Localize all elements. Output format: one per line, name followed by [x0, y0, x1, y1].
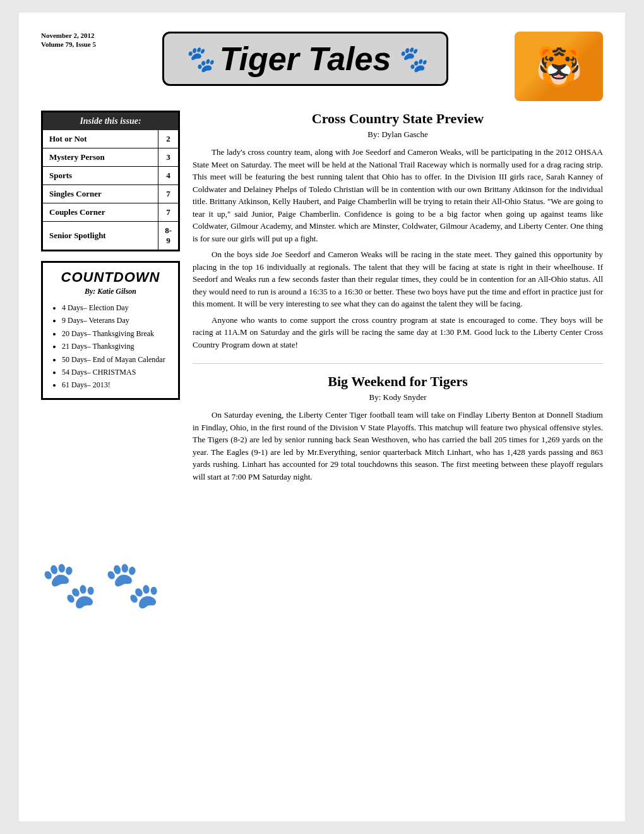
title-text-label: Tiger Tales [220, 40, 391, 78]
article2-p1: On Saturday evening, the Liberty Center … [193, 409, 603, 483]
paw-print-right: 🐾 [104, 558, 161, 612]
section-label: Mystery Person [43, 148, 158, 167]
article1-title: Cross Country State Preview [193, 111, 603, 127]
article1-p1: The lady's cross country team, along wit… [193, 146, 603, 245]
section-label: Couples Corner [43, 203, 158, 222]
table-row: Singles Corner7 [43, 185, 178, 203]
section-page: 2 [158, 130, 178, 148]
paw-left-icon: 🐾 [183, 44, 215, 74]
paw-print-left: 🐾 [41, 558, 98, 612]
page: November 2, 2012 Volume 79, Issue 5 🐾 Ti… [19, 13, 625, 821]
paw-prints-area: 🐾 🐾 [41, 558, 180, 612]
article-cross-country: Cross Country State Preview By: Dylan Ga… [193, 111, 603, 351]
tiger-image: 🐯 [515, 32, 603, 101]
section-page: 7 [158, 185, 178, 203]
table-row: Sports4 [43, 167, 178, 185]
section-label: Singles Corner [43, 185, 158, 203]
article1-p3: Anyone who wants to come support the cro… [193, 314, 603, 351]
table-row: Hot or Not2 [43, 130, 178, 148]
list-item: 21 Days– Thanksgiving [62, 340, 172, 353]
list-item: 9 Days– Veterans Day [62, 314, 172, 327]
volume-label: Volume 79, Issue 5 [41, 40, 96, 48]
inside-header-label: Inside this issue: [43, 112, 178, 130]
section-page: 7 [158, 203, 178, 222]
section-label: Sports [43, 167, 158, 185]
table-row: Couples Corner7 [43, 203, 178, 222]
article-divider [193, 363, 603, 364]
table-row: Senior Spotlight8-9 [43, 222, 178, 250]
section-page: 3 [158, 148, 178, 167]
countdown-list: 4 Days– Election Day9 Days– Veterans Day… [49, 301, 172, 392]
title-box: 🐾 Tiger Tales 🐾 [162, 32, 449, 86]
list-item: 20 Days– Thanksgiving Break [62, 327, 172, 340]
list-item: 50 Days– End of Mayan Calendar [62, 353, 172, 366]
list-item: 54 Days– CHRISTMAS [62, 366, 172, 378]
table-row: Mystery Person3 [43, 148, 178, 167]
main-content: Inside this issue: Hot or Not2Mystery Pe… [41, 111, 603, 612]
article1-p2: On the boys side Joe Seedorf and Cameron… [193, 248, 603, 310]
meta-block: November 2, 2012 Volume 79, Issue 5 [41, 32, 96, 49]
article2-title: Big Weekend for Tigers [193, 373, 603, 390]
date-label: November 2, 2012 [41, 32, 96, 39]
list-item: 61 Days– 2013! [62, 378, 172, 391]
section-label: Senior Spotlight [43, 222, 158, 250]
inside-table: Hot or Not2Mystery Person3Sports4Singles… [43, 130, 178, 250]
article-big-weekend: Big Weekend for Tigers By: Kody Snyder O… [193, 373, 603, 483]
countdown-box: COUNTDOWN By: Katie Gilson 4 Days– Elect… [41, 261, 180, 400]
inside-box: Inside this issue: Hot or Not2Mystery Pe… [41, 111, 180, 251]
countdown-by: By: Katie Gilson [49, 287, 172, 296]
header: November 2, 2012 Volume 79, Issue 5 🐾 Ti… [41, 32, 603, 101]
right-column: Cross Country State Preview By: Dylan Ga… [193, 111, 603, 612]
countdown-title: COUNTDOWN [49, 269, 172, 286]
section-page: 8-9 [158, 222, 178, 250]
article1-byline: By: Dylan Gasche [193, 130, 603, 140]
article1-body: The lady's cross country team, along wit… [193, 146, 603, 351]
article2-byline: By: Kody Snyder [193, 392, 603, 402]
article2-body: On Saturday evening, the Liberty Center … [193, 409, 603, 483]
list-item: 4 Days– Election Day [62, 301, 172, 314]
newspaper-title: 🐾 Tiger Tales 🐾 [183, 40, 428, 78]
section-page: 4 [158, 167, 178, 185]
paw-right-icon: 🐾 [396, 44, 427, 74]
left-column: Inside this issue: Hot or Not2Mystery Pe… [41, 111, 180, 612]
section-label: Hot or Not [43, 130, 158, 148]
